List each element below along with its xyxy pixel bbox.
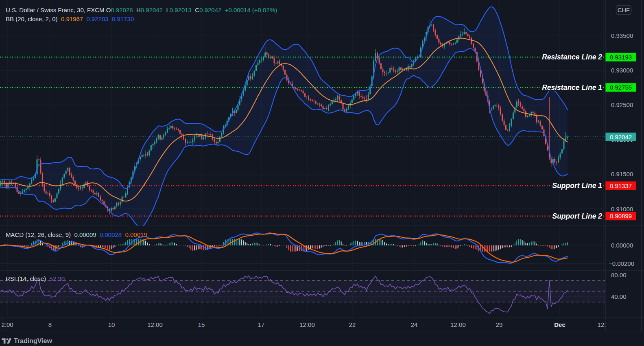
svg-text:12:: 12: bbox=[598, 321, 606, 328]
svg-text:U.S. Dollar / Swiss Franc, 30,: U.S. Dollar / Swiss Franc, 30, FXCM O0.9… bbox=[6, 7, 277, 13]
svg-text:2:00: 2:00 bbox=[1, 321, 13, 328]
svg-text:12:00: 12:00 bbox=[299, 321, 315, 328]
svg-text:RSI (14, close) 52.90: RSI (14, close) 52.90 bbox=[6, 275, 65, 282]
svg-text:0.91337: 0.91337 bbox=[610, 182, 632, 189]
svg-text:10: 10 bbox=[108, 321, 115, 328]
svg-text:8: 8 bbox=[48, 321, 52, 328]
svg-text:0.93193: 0.93193 bbox=[610, 54, 632, 61]
svg-text:22: 22 bbox=[349, 321, 356, 328]
svg-text:80.00: 80.00 bbox=[611, 272, 627, 278]
svg-text:17: 17 bbox=[258, 321, 265, 328]
svg-text:0.93500: 0.93500 bbox=[611, 32, 633, 39]
svg-text:0.00000: 0.00000 bbox=[611, 242, 633, 249]
svg-text:0.90899: 0.90899 bbox=[610, 212, 632, 219]
svg-text:CHF: CHF bbox=[618, 7, 630, 13]
svg-text:0.92500: 0.92500 bbox=[611, 101, 633, 108]
svg-text:TradingView: TradingView bbox=[14, 337, 52, 344]
svg-text:BB (20, close, 2, 0) 0.91967: BB (20, close, 2, 0) 0.91967 0.92203 0.9… bbox=[6, 15, 134, 22]
svg-text:Resistance Line 2: Resistance Line 2 bbox=[542, 53, 602, 61]
svg-text:24: 24 bbox=[411, 321, 418, 328]
svg-text:MACD (12, 26, close, 9) 0.000: MACD (12, 26, close, 9) 0.00009 0.00028 … bbox=[6, 231, 147, 238]
svg-text:Support Line 1: Support Line 1 bbox=[552, 182, 603, 190]
svg-text:0.91500: 0.91500 bbox=[611, 171, 633, 177]
svg-text:0.93000: 0.93000 bbox=[611, 67, 633, 74]
svg-text:0.92042: 0.92042 bbox=[610, 134, 632, 140]
svg-text:Dec: Dec bbox=[554, 321, 565, 328]
svg-text:−0.00200: −0.00200 bbox=[609, 260, 634, 267]
svg-text:15: 15 bbox=[198, 321, 205, 328]
svg-text:12:00: 12:00 bbox=[450, 321, 466, 328]
svg-text:29: 29 bbox=[496, 321, 503, 328]
svg-text:0.91000: 0.91000 bbox=[611, 206, 633, 212]
svg-text:Support Line 2: Support Line 2 bbox=[552, 212, 603, 220]
svg-text:40.00: 40.00 bbox=[611, 293, 627, 300]
svg-text:Resistance Line 1: Resistance Line 1 bbox=[542, 83, 602, 92]
svg-text:12:00: 12:00 bbox=[147, 321, 163, 328]
svg-text:0.92755: 0.92755 bbox=[610, 84, 632, 91]
